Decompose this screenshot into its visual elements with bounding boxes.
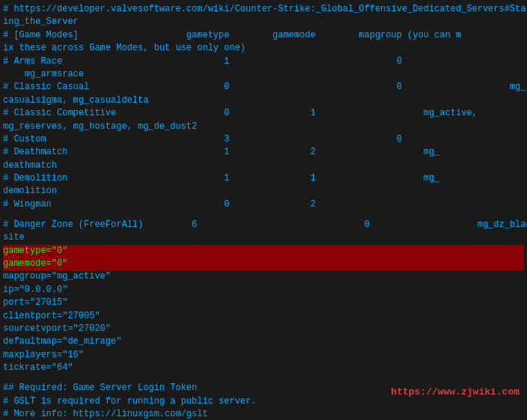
line-item: mg_armsrace <box>3 68 524 81</box>
line-item: tickrate="64" <box>3 362 524 374</box>
line-item: # Danger Zone (FreeForAll) 6 0 mg_dz_bla… <box>3 219 524 231</box>
line-item: gamemode="0" <box>3 258 524 270</box>
line-item: demolition <box>3 185 524 198</box>
line-item: maxplayers="16" <box>3 349 524 362</box>
line-item: # [Game Modes] gametype gamemode mapgrou… <box>3 29 524 42</box>
line-item: defaultmap="de_mirage" <box>3 335 524 348</box>
line-item: # More info: https://linuxgsm.com/gslt <box>3 408 524 420</box>
line-item: sourcetvport="27020" <box>3 323 524 335</box>
line-item: # Custom 3 0 <box>3 133 524 146</box>
line-item: deathmatch <box>3 159 524 172</box>
watermark: https://www.zjwiki.com <box>391 386 520 398</box>
line-item: ip="0.0.0.0" <box>3 284 524 296</box>
line-item: # Arms Race 1 0 <box>3 55 524 68</box>
line-item: # Demolition 1 1 mg_ <box>3 172 524 185</box>
line-item: ing_the_Server <box>3 16 524 28</box>
line-item: # Deathmatch 1 2 mg_ <box>3 146 524 159</box>
line-item: # Classic Competitive 0 1 mg_active, <box>3 107 524 120</box>
line-item: ix these across Game Modes, but use only… <box>3 42 524 55</box>
line-item: # https://developer.valvesoftware.com/wi… <box>3 3 524 16</box>
code-block: # https://developer.valvesoftware.com/wi… <box>3 3 524 420</box>
main-content: # https://developer.valvesoftware.com/wi… <box>0 0 527 420</box>
line-item: port="27015" <box>3 296 524 309</box>
line-item: mapgroup="mg_active" <box>3 270 524 283</box>
line-item: site <box>3 231 524 244</box>
line-item: # Wingman 0 2 <box>3 198 524 211</box>
line-item <box>3 211 524 219</box>
line-item: gametype="0" <box>3 245 524 258</box>
line-item: clientport="27005" <box>3 310 524 323</box>
line-item: casualsigma, mg_casualdelta <box>3 94 524 107</box>
line-item: # Classic Casual 0 0 mg_ <box>3 81 524 94</box>
line-item: mg_reserves, mg_hostage, mg_de_dust2 <box>3 121 524 133</box>
line-item <box>3 375 524 383</box>
